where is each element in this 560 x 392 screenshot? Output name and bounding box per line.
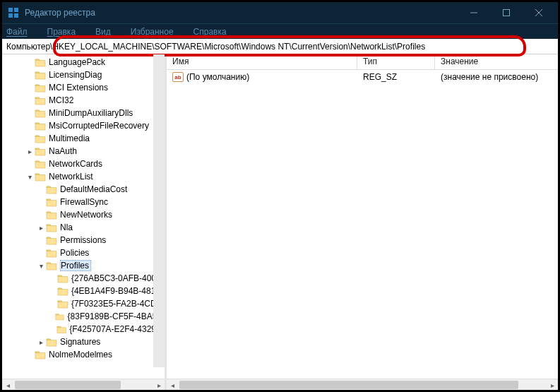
tree-node[interactable]: ▸Nla xyxy=(2,221,165,234)
tree-node[interactable]: NewNetworks xyxy=(2,208,165,221)
expand-icon[interactable]: ▸ xyxy=(25,148,35,155)
tree-pane: LanguagePackLicensingDiagMCI ExtensionsM… xyxy=(2,54,165,390)
tree-node-label: LanguagePack xyxy=(49,57,105,67)
tree-node-label: {F425707A-E2F4-4329-A xyxy=(69,324,165,334)
tree-node[interactable]: MsiCorruptedFileRecovery xyxy=(2,119,165,132)
app-icon xyxy=(8,7,19,18)
svg-rect-1 xyxy=(14,8,18,12)
address-path: \HKEY_LOCAL_MACHINE\SOFTWARE\Microsoft\W… xyxy=(50,42,425,52)
values-pane: Имя Тип Значение ab(По умолчанию)REG_SZ(… xyxy=(167,54,558,390)
menu-file[interactable]: Файл xyxy=(6,27,37,37)
svg-rect-0 xyxy=(8,8,13,12)
column-value[interactable]: Значение xyxy=(435,54,558,69)
tree-node-label: {4EB1A4F9-B94B-481C- xyxy=(71,286,165,296)
value-row[interactable]: ab(По умолчанию)REG_SZ(значение не присв… xyxy=(167,70,558,84)
tree-node[interactable]: Multimedia xyxy=(2,132,165,145)
tree-node-label: NewNetworks xyxy=(60,210,112,220)
tree-node[interactable]: {276AB5C3-0AFB-4008- xyxy=(2,272,165,285)
tree-node[interactable]: MCI Extensions xyxy=(2,81,165,94)
scroll-left-icon[interactable]: ◂ xyxy=(2,379,13,390)
menu-view[interactable]: Вид xyxy=(95,27,121,37)
tree-node[interactable]: ▸NaAuth xyxy=(2,145,165,158)
tree-node-label: MiniDumpAuxiliaryDlls xyxy=(49,108,133,118)
tree-node-label: MsiCorruptedFileRecovery xyxy=(49,121,149,131)
menubar: Файл Правка Вид Избранное Справка xyxy=(2,23,558,39)
svg-rect-5 xyxy=(504,10,510,16)
expand-icon[interactable]: ▾ xyxy=(25,173,35,181)
values-hscroll-thumb[interactable] xyxy=(179,381,518,389)
menu-help[interactable]: Справка xyxy=(193,27,237,37)
tree-node-label: MCI Extensions xyxy=(49,83,108,93)
value-type: REG_SZ xyxy=(357,71,435,83)
expand-icon[interactable]: ▸ xyxy=(36,338,46,346)
tree-node[interactable]: MCI32 xyxy=(2,94,165,107)
tree-vertical-scrollbar[interactable] xyxy=(153,54,165,367)
tree-node-label: Nla xyxy=(60,222,73,232)
tree-node-label: NolmeModelmes xyxy=(49,350,112,360)
tree-node-label: Profiles xyxy=(60,260,91,271)
registry-tree: LanguagePackLicensingDiagMCI ExtensionsM… xyxy=(2,54,165,362)
window-title: Редактор реестра xyxy=(25,8,458,18)
tree-node[interactable]: FirewallSync xyxy=(2,196,165,208)
tree-node-label: LicensingDiag xyxy=(49,70,102,80)
tree-node[interactable]: LanguagePack xyxy=(2,56,165,69)
scroll-left-icon[interactable]: ◂ xyxy=(167,379,178,390)
tree-node-label: {7F0323E5-FA2B-4CDF- xyxy=(71,299,165,309)
tree-node[interactable]: ▾Profiles xyxy=(2,259,165,272)
tree-node-label: {276AB5C3-0AFB-4008- xyxy=(71,273,164,283)
svg-rect-3 xyxy=(14,13,18,18)
main-split: LanguagePackLicensingDiagMCI ExtensionsM… xyxy=(2,54,558,390)
tree-node[interactable]: {4EB1A4F9-B94B-481C- xyxy=(2,285,165,297)
column-type[interactable]: Тип xyxy=(357,54,435,69)
tree-node[interactable]: NolmeModelmes xyxy=(2,348,165,361)
string-value-icon: ab xyxy=(172,72,184,82)
tree-node-label: Policies xyxy=(60,248,89,258)
menu-edit[interactable]: Правка xyxy=(47,27,86,37)
tree-node[interactable]: DefaultMediaCost xyxy=(2,183,165,196)
address-bar[interactable]: Компьютер\HKEY_LOCAL_MACHINE\SOFTWARE\Mi… xyxy=(2,39,558,54)
tree-horizontal-scrollbar[interactable]: ◂ ▸ xyxy=(2,379,165,390)
tree-scroll[interactable]: LanguagePackLicensingDiagMCI ExtensionsM… xyxy=(2,54,165,379)
tree-node[interactable]: MiniDumpAuxiliaryDlls xyxy=(2,107,165,119)
tree-node-label: NetworkCards xyxy=(49,159,102,169)
tree-node-label: Permissions xyxy=(60,235,106,245)
tree-node[interactable]: {83F9189B-CF5F-4BA5-9 xyxy=(2,310,165,323)
maximize-button[interactable] xyxy=(490,2,523,23)
close-button[interactable] xyxy=(523,2,555,23)
address-root-label: Компьютер xyxy=(6,42,50,52)
tree-node[interactable]: {F425707A-E2F4-4329-A xyxy=(2,323,165,335)
column-name[interactable]: Имя xyxy=(167,54,357,69)
tree-node-label: MCI32 xyxy=(49,95,73,105)
tree-hscroll-thumb[interactable] xyxy=(15,381,121,389)
tree-node[interactable]: Policies xyxy=(2,247,165,259)
expand-icon[interactable]: ▾ xyxy=(36,262,46,270)
values-list[interactable]: ab(По умолчанию)REG_SZ(значение не присв… xyxy=(167,70,558,379)
tree-node-label: FirewallSync xyxy=(60,197,108,207)
expand-icon[interactable]: ▸ xyxy=(36,224,46,232)
minimize-button[interactable] xyxy=(458,2,490,23)
svg-rect-2 xyxy=(8,13,13,18)
value-data: (значение не присвоено) xyxy=(435,71,558,83)
tree-node[interactable]: {7F0323E5-FA2B-4CDF- xyxy=(2,297,165,310)
tree-node-label: Signatures xyxy=(60,337,100,347)
value-name: (По умолчанию) xyxy=(186,72,249,82)
values-header: Имя Тип Значение xyxy=(167,54,558,70)
scroll-right-icon[interactable]: ▸ xyxy=(153,379,165,390)
regedit-window: Редактор реестра Файл Правка Вид Избранн… xyxy=(0,0,560,392)
values-horizontal-scrollbar[interactable]: ◂ ▸ xyxy=(167,379,558,390)
tree-node-label: NaAuth xyxy=(49,146,77,156)
tree-node-label: {83F9189B-CF5F-4BA5-9 xyxy=(68,311,165,321)
tree-node-label: NetworkList xyxy=(49,172,93,182)
tree-node[interactable]: ▸Signatures xyxy=(2,335,165,348)
tree-node[interactable]: LicensingDiag xyxy=(2,69,165,81)
tree-node-label: DefaultMediaCost xyxy=(60,184,127,194)
tree-node[interactable]: Permissions xyxy=(2,234,165,247)
tree-node-label: Multimedia xyxy=(49,133,90,143)
scroll-right-icon[interactable]: ▸ xyxy=(547,379,558,390)
titlebar[interactable]: Редактор реестра xyxy=(2,2,558,23)
tree-node[interactable]: ▾NetworkList xyxy=(2,170,165,183)
menu-favorites[interactable]: Избранное xyxy=(131,27,184,37)
tree-node[interactable]: NetworkCards xyxy=(2,158,165,170)
